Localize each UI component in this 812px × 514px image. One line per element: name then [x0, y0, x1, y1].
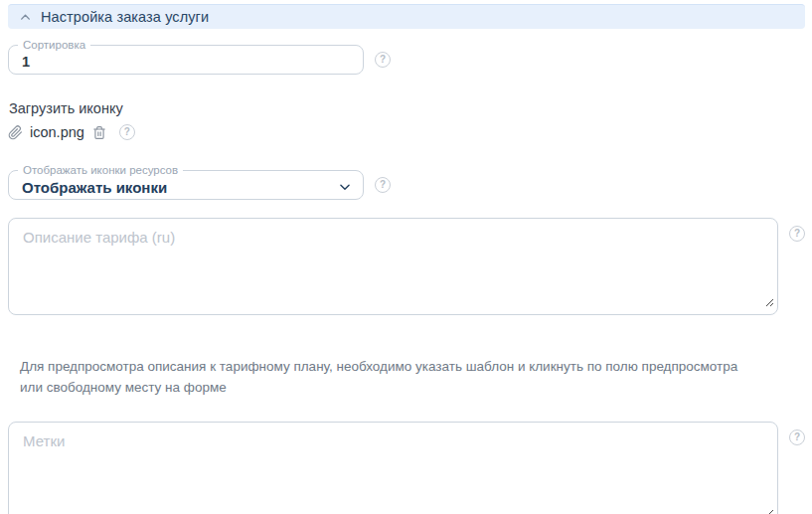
paperclip-icon: [8, 125, 23, 140]
preview-hint-text: Для предпросмотра описания к тарифному п…: [20, 357, 757, 399]
delete-file-icon[interactable]: [92, 125, 106, 140]
chevron-up-icon[interactable]: [19, 11, 32, 24]
sort-field: Сортировка: [8, 45, 364, 75]
resource-icons-select[interactable]: Отображать иконки ресурсов Отображать ик…: [8, 170, 364, 200]
tags-textarea[interactable]: [9, 423, 777, 514]
sort-field-row: Сортировка ?: [8, 45, 805, 75]
sort-help-icon[interactable]: ?: [375, 52, 391, 68]
section-title: Настройка заказа услуги: [41, 9, 209, 25]
resize-handle-icon[interactable]: [765, 504, 774, 514]
icons-select-value: Отображать иконки: [22, 179, 167, 196]
sort-field-label: Сортировка: [18, 38, 90, 52]
service-order-settings-form: Настройка заказа услуги Сортировка ? Заг…: [0, 0, 812, 514]
upload-icon-label: Загрузить иконку: [9, 100, 805, 116]
section-header[interactable]: Настройка заказа услуги: [8, 4, 805, 29]
icons-select-label: Отображать иконки ресурсов: [18, 163, 183, 177]
icons-select-help-icon[interactable]: ?: [375, 177, 391, 193]
attachment-row: icon.png ?: [8, 123, 805, 141]
description-field: [8, 218, 778, 315]
resize-handle-icon[interactable]: [765, 293, 774, 311]
description-textarea[interactable]: [9, 219, 777, 314]
icons-select-row: Отображать иконки ресурсов Отображать ик…: [8, 170, 805, 200]
chevron-down-icon: [338, 180, 352, 194]
tags-field: [8, 422, 778, 514]
tags-help-icon[interactable]: ?: [789, 429, 805, 445]
tags-row: ?: [8, 422, 805, 514]
description-row: ?: [8, 218, 805, 315]
sort-input[interactable]: [9, 50, 363, 70]
description-help-icon[interactable]: ?: [789, 226, 805, 242]
attached-file-name[interactable]: icon.png: [30, 124, 84, 140]
upload-help-icon[interactable]: ?: [119, 124, 135, 140]
